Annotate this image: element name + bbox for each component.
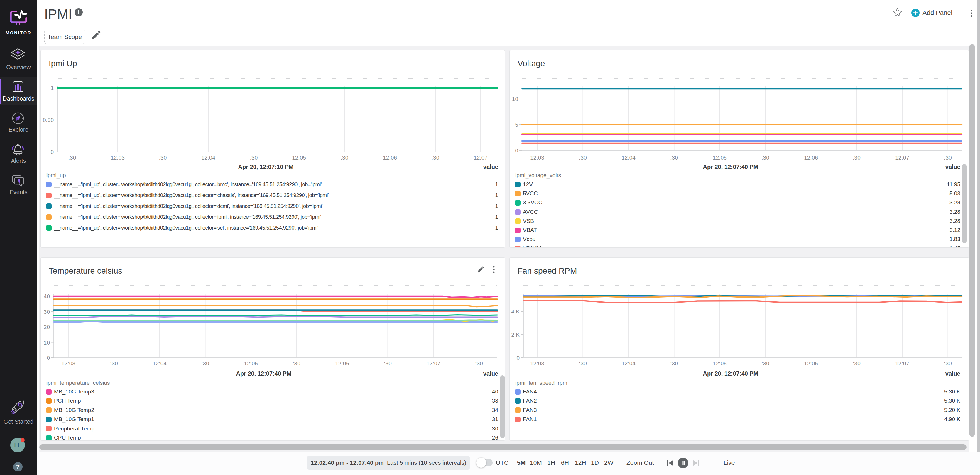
svg-text:10: 10 — [44, 340, 50, 346]
svg-text:12:05: 12:05 — [713, 154, 727, 161]
svg-text::30: :30 — [475, 361, 483, 367]
svg-text:12:06: 12:06 — [383, 154, 397, 161]
svg-text:12:04: 12:04 — [622, 361, 636, 367]
svg-text::30: :30 — [250, 154, 258, 161]
svg-text::30: :30 — [340, 154, 348, 161]
svg-text:12:05: 12:05 — [292, 154, 306, 161]
svg-text:12:07: 12:07 — [426, 361, 441, 367]
svg-text::30: :30 — [853, 361, 860, 367]
svg-text:value: value — [945, 370, 960, 377]
svg-text::30: :30 — [761, 361, 769, 367]
svg-text:4 K: 4 K — [511, 308, 520, 315]
svg-text:12:05: 12:05 — [713, 361, 727, 367]
svg-text::30: :30 — [110, 361, 118, 367]
svg-text:12:05: 12:05 — [244, 361, 258, 367]
svg-text::30: :30 — [68, 154, 76, 161]
svg-text::30: :30 — [579, 154, 587, 161]
svg-text:Apr 20, 12:07:40 PM: Apr 20, 12:07:40 PM — [703, 164, 759, 170]
svg-text::30: :30 — [670, 154, 678, 161]
svg-text:Apr 20, 12:07:40 PM: Apr 20, 12:07:40 PM — [236, 370, 292, 377]
svg-text:12:04: 12:04 — [153, 361, 167, 367]
svg-text:12:07: 12:07 — [895, 361, 909, 367]
svg-text:Apr 20, 12:07:10 PM: Apr 20, 12:07:10 PM — [238, 164, 294, 170]
svg-text::30: :30 — [944, 361, 951, 367]
svg-text:10: 10 — [512, 96, 518, 102]
svg-text:12:07: 12:07 — [474, 154, 488, 161]
svg-text:12:06: 12:06 — [804, 361, 818, 367]
svg-text:12:04: 12:04 — [622, 154, 636, 161]
svg-text::30: :30 — [384, 361, 391, 367]
svg-text::30: :30 — [670, 361, 678, 367]
svg-text:12:06: 12:06 — [804, 154, 818, 161]
svg-text:value: value — [945, 164, 960, 170]
svg-text:12:03: 12:03 — [530, 361, 544, 367]
svg-text:value: value — [483, 164, 498, 170]
svg-text::30: :30 — [579, 361, 587, 367]
svg-text:0: 0 — [51, 149, 54, 155]
svg-text::30: :30 — [293, 361, 300, 367]
svg-text:5: 5 — [515, 122, 518, 128]
svg-text:12:03: 12:03 — [61, 361, 75, 367]
svg-text:0: 0 — [47, 355, 50, 361]
svg-text:value: value — [483, 370, 498, 377]
svg-text:1: 1 — [51, 85, 54, 91]
svg-text:40: 40 — [44, 293, 50, 299]
svg-text::30: :30 — [432, 154, 439, 161]
svg-text:12:03: 12:03 — [111, 154, 125, 161]
svg-text::30: :30 — [159, 154, 167, 161]
svg-text:0.50: 0.50 — [43, 117, 54, 123]
svg-text:Apr 20, 12:07:40 PM: Apr 20, 12:07:40 PM — [703, 370, 759, 377]
svg-text:0: 0 — [515, 148, 518, 154]
svg-text::30: :30 — [201, 361, 209, 367]
svg-text:30: 30 — [44, 309, 50, 315]
svg-text:12:07: 12:07 — [895, 154, 909, 161]
svg-text:12:06: 12:06 — [335, 361, 349, 367]
svg-text:12:04: 12:04 — [201, 154, 215, 161]
svg-text::30: :30 — [853, 154, 860, 161]
svg-text:0: 0 — [516, 355, 520, 361]
svg-text::30: :30 — [761, 154, 769, 161]
svg-text::30: :30 — [944, 154, 951, 161]
svg-text:12:03: 12:03 — [530, 154, 544, 161]
svg-text:2 K: 2 K — [511, 332, 520, 338]
svg-text:20: 20 — [44, 324, 50, 330]
